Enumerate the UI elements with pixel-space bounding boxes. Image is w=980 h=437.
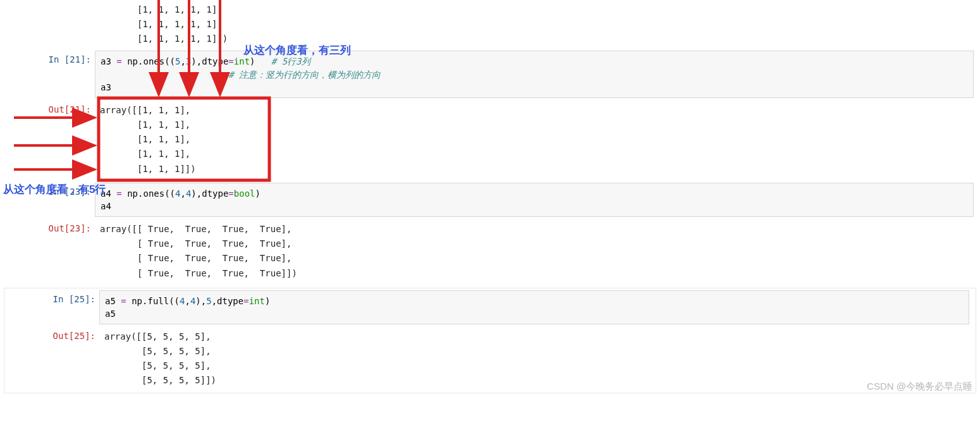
code-input-25[interactable]: a5 = np.full((4,4),5,dtype=int) a5 xyxy=(99,290,969,325)
output-text-21: array([[1, 1, 1], [1, 1, 1], [1, 1, 1], … xyxy=(95,101,980,178)
out-prompt-25: Out[25]: xyxy=(9,327,99,341)
in-prompt-21: In [21]: xyxy=(5,51,95,65)
code-input-21[interactable]: a3 = np.ones((5,3),dtype=int) # 5行3列 # 注… xyxy=(95,51,974,98)
in-prompt-23: In [23]: xyxy=(5,183,95,197)
output-text-23: array([[ True, True, True, True], [ True… xyxy=(95,219,980,283)
output-text-25: array([[5, 5, 5, 5], [5, 5, 5, 5], [5, 5… xyxy=(99,327,976,390)
cell-23: In [23]: a4 = np.ones((4,4),dtype=bool) … xyxy=(0,181,980,285)
in-prompt-25: In [25]: xyxy=(9,290,99,304)
code-input-23[interactable]: a4 = np.ones((4,4),dtype=bool) a4 xyxy=(95,183,974,218)
previous-output-fragment: [1, 1, 1, 1, 1], [1, 1, 1, 1, 1], [1, 1,… xyxy=(0,0,980,49)
out-prompt-21: Out[21]: xyxy=(5,101,95,114)
watermark: CSDN @今晚务必早点睡 xyxy=(867,381,972,393)
output-text: [1, 1, 1, 1, 1], [1, 1, 1, 1, 1], [1, 1,… xyxy=(95,0,980,49)
cell-21: In [21]: a3 = np.ones((5,3),dtype=int) #… xyxy=(0,49,980,180)
cell-25: In [25]: a5 = np.full((4,4),5,dtype=int)… xyxy=(4,288,976,393)
out-prompt-23: Out[23]: xyxy=(5,219,95,233)
